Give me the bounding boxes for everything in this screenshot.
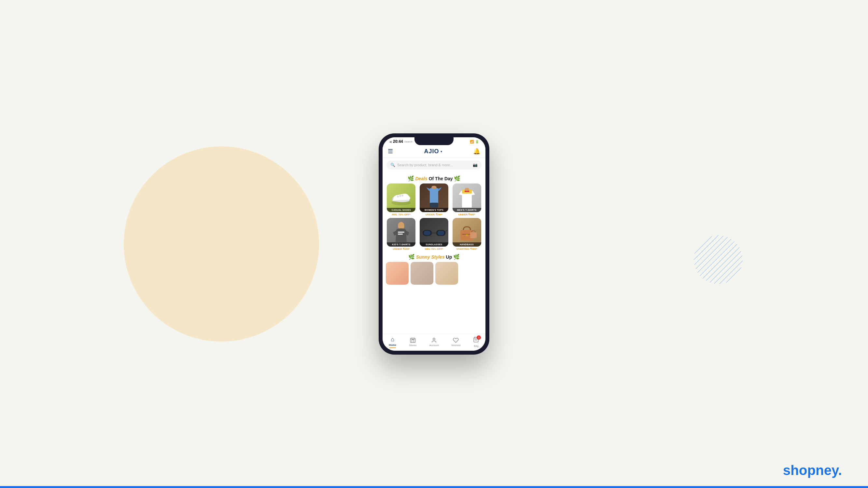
- bottom-nav: ⌂ Home Stores: [382, 334, 486, 351]
- bag-badge: 1: [477, 335, 481, 340]
- sunny-item-3[interactable]: [435, 262, 458, 285]
- svg-line-18: [445, 230, 447, 232]
- mens-tshirts-price: UNDER ₹499*: [458, 213, 475, 216]
- phone-body: ◀ 20:44 Search 📶 🔋 ☰ AJIO ▾ 🔔: [379, 133, 489, 355]
- bottom-bar: [0, 486, 868, 488]
- home-label: Home: [389, 344, 396, 347]
- wifi-icon: 📶: [470, 140, 474, 143]
- phone-notch: [414, 137, 454, 145]
- background-lines: [692, 234, 744, 286]
- womens-tops-price: UNDER ₹399*: [426, 213, 442, 216]
- svg-point-3: [397, 196, 399, 197]
- sunny-section-header: 🌿 Sunny Styles Up 🌿: [382, 253, 486, 262]
- app-logo: AJIO: [424, 148, 439, 155]
- logo-area[interactable]: AJIO ▾: [424, 148, 442, 155]
- svg-point-26: [433, 338, 435, 340]
- deal-card-kids-tshirts: KID'S T-SHIRTS: [387, 218, 415, 247]
- sunny-title-highlight: Sunny Styles: [416, 254, 445, 260]
- nav-wishlist[interactable]: Wishlist: [452, 337, 461, 347]
- deal-card-casual-shoes: CASUAL SHOES: [387, 184, 415, 212]
- palm-right-icon: 🌿: [454, 175, 460, 182]
- phone-mockup: ◀ 20:44 Search 📶 🔋 ☰ AJIO ▾ 🔔: [379, 133, 489, 355]
- svg-point-5: [401, 195, 403, 196]
- sunny-title-normal: Up: [446, 254, 452, 260]
- wishlist-label: Wishlist: [452, 344, 461, 347]
- svg-rect-8: [430, 203, 438, 207]
- sunglasses-label: SUNGLASSES: [420, 242, 448, 247]
- deals-section-header: 🌿 Deals Of The Day 🌿: [382, 172, 486, 184]
- sunny-strip: [382, 262, 486, 285]
- palm-left-icon: 🌿: [408, 175, 414, 182]
- logo-caret: ▾: [440, 150, 442, 153]
- deal-item-mens-tshirts[interactable]: MEN'S T-SHIRTS UNDER ₹499*: [451, 184, 482, 216]
- svg-point-4: [399, 195, 401, 197]
- deal-card-mens-tshirts: MEN'S T-SHIRTS: [453, 184, 481, 212]
- wishlist-icon: [453, 337, 459, 343]
- search-bar[interactable]: 🔍 Search by product, brand & more... 📷: [386, 160, 482, 169]
- casual-shoes-label: CASUAL SHOES: [387, 208, 415, 212]
- shopney-logo-text: shopney.: [783, 463, 842, 478]
- svg-rect-13: [398, 234, 403, 234]
- nav-home[interactable]: ⌂ Home: [389, 336, 396, 348]
- status-time: 20:44: [393, 139, 403, 144]
- search-placeholder: Search by product, brand & more...: [397, 163, 471, 167]
- deals-grid: CASUAL SHOES MIN. 70% OFF*: [382, 184, 486, 253]
- sunglasses-price: MIN. 70% OFF*: [425, 248, 443, 251]
- kids-tshirts-price: UNDER ₹199*: [393, 248, 410, 251]
- stores-label: Stores: [409, 344, 416, 347]
- nav-account[interactable]: Account: [429, 337, 439, 347]
- casual-shoes-price: MIN. 70% OFF*: [392, 213, 410, 216]
- deals-title-highlight: Deals: [415, 176, 427, 181]
- deal-item-handbags[interactable]: HANDBAGS STARTING ₹499*: [451, 218, 482, 251]
- background-circle: [124, 147, 319, 341]
- sunny-palm-right: 🌿: [453, 254, 460, 260]
- deal-card-handbags: HANDBAGS: [453, 218, 481, 247]
- mens-tshirts-label: MEN'S T-SHIRTS: [453, 208, 481, 212]
- app-header: ☰ AJIO ▾ 🔔: [382, 145, 486, 158]
- svg-point-23: [466, 234, 468, 236]
- svg-point-1: [694, 235, 743, 284]
- svg-rect-6: [430, 188, 438, 204]
- home-active-indicator: [390, 348, 396, 348]
- shopney-logo: shopney.: [783, 463, 842, 478]
- battery-icon: 🔋: [475, 140, 479, 143]
- stores-icon: [410, 337, 416, 343]
- deal-item-womens-tops[interactable]: WOMEN'S TOPS UNDER ₹399*: [419, 184, 450, 216]
- deal-item-sunglasses[interactable]: SUNGLASSES MIN. 70% OFF*: [419, 218, 450, 251]
- deal-item-kids-tshirts[interactable]: KID'S T-SHIRTS UNDER ₹199*: [386, 218, 417, 251]
- handbags-price: STARTING ₹499*: [457, 248, 477, 251]
- svg-point-10: [465, 188, 469, 191]
- search-icon: 🔍: [391, 163, 395, 167]
- camera-icon[interactable]: 📷: [473, 163, 477, 167]
- account-label: Account: [429, 344, 439, 347]
- status-icons: 📶 🔋: [470, 140, 479, 143]
- deal-item-casual-shoes[interactable]: CASUAL SHOES MIN. 70% OFF*: [386, 184, 417, 216]
- svg-rect-19: [424, 231, 431, 235]
- nav-bag[interactable]: 1 Bag: [473, 337, 479, 348]
- phone-screen: ◀ 20:44 Search 📶 🔋 ☰ AJIO ▾ 🔔: [382, 137, 486, 351]
- svg-line-17: [421, 230, 423, 232]
- deal-card-sunglasses: SUNGLASSES: [420, 218, 448, 247]
- account-icon: [431, 337, 437, 343]
- content-scroll[interactable]: 🌿 Deals Of The Day 🌿: [382, 172, 486, 334]
- kids-tshirts-label: KID'S T-SHIRTS: [387, 242, 415, 247]
- hamburger-icon[interactable]: ☰: [388, 148, 393, 155]
- bag-label: Bag: [474, 345, 478, 348]
- svg-point-7: [431, 186, 437, 189]
- home-icon: ⌂: [391, 336, 394, 343]
- svg-rect-20: [437, 231, 444, 235]
- handbags-label: HANDBAGS: [453, 242, 481, 247]
- sunny-item-1[interactable]: [386, 262, 409, 285]
- deal-card-womens-tops: WOMEN'S TOPS: [420, 184, 448, 212]
- nav-stores[interactable]: Stores: [409, 337, 416, 347]
- sunny-palm-left: 🌿: [408, 254, 415, 260]
- sunny-item-2[interactable]: [410, 262, 433, 285]
- deals-title-normal: Of The Day: [429, 176, 453, 181]
- womens-tops-label: WOMEN'S TOPS: [420, 208, 448, 212]
- svg-rect-12: [398, 232, 404, 233]
- bell-icon[interactable]: 🔔: [473, 148, 480, 155]
- back-label: Search: [404, 140, 412, 143]
- svg-rect-24: [470, 232, 477, 238]
